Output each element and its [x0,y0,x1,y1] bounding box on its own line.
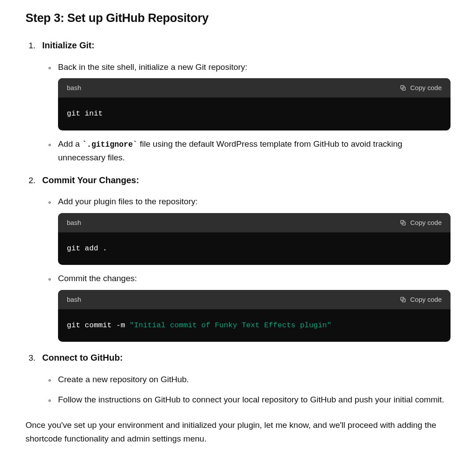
copy-code-button[interactable]: Copy code [400,219,442,226]
copy-code-button[interactable]: Copy code [400,84,442,91]
code-header: bash Copy code [58,78,451,98]
step-item: Connect to GitHub: Create a new reposito… [38,351,451,406]
code-block: bash Copy code git init [58,78,451,130]
step-title: Connect to GitHub: [42,353,123,362]
list-item: Back in the site shell, initialize a new… [55,61,451,130]
code-header: bash Copy code [58,290,451,309]
bullet-text: Commit the changes: [58,274,137,283]
code-content: git commit -m "Initial commit of Funky T… [58,309,451,342]
bullet-text: Back in the site shell, initialize a new… [58,62,247,72]
copy-icon [400,296,407,303]
code-header: bash Copy code [58,213,451,232]
sub-list: Back in the site shell, initialize a new… [42,61,451,164]
bullet-text: Create a new repository on GitHub. [58,375,189,384]
sub-list: Create a new repository on GitHub. Follo… [42,373,451,407]
list-item: Create a new repository on GitHub. [55,373,451,386]
list-item: Follow the instructions on GitHub to con… [55,393,451,406]
bullet-text: Follow the instructions on GitHub to con… [58,395,444,404]
bullet-text: Add your plugin files to the repository: [58,197,198,206]
ordered-steps: Initialize Git: Back in the site shell, … [25,38,451,406]
code-block: bash Copy code git commit -m "Initial co… [58,290,451,342]
list-item: Commit the changes: bash Copy code git c… [55,272,451,342]
code-lang-label: bash [67,83,81,93]
code-block: bash Copy code git add . [58,213,451,265]
list-item: Add your plugin files to the repository:… [55,195,451,265]
code-lang-label: bash [67,294,81,305]
sub-list: Add your plugin files to the repository:… [42,195,451,342]
code-content: git init [58,98,451,130]
step-title: Commit Your Changes: [42,175,139,185]
inline-code: `.gitignore` [82,140,138,149]
copy-code-button[interactable]: Copy code [400,296,442,303]
bullet-text-pre: Add a [58,139,82,148]
outro-paragraph: Once you've set up your environment and … [25,419,451,445]
code-content: git add . [58,232,451,265]
copy-label: Copy code [410,219,442,226]
step-item: Initialize Git: Back in the site shell, … [38,38,451,164]
copy-label: Copy code [410,296,442,303]
step-item: Commit Your Changes: Add your plugin fil… [38,173,451,342]
copy-label: Copy code [410,84,442,91]
code-lang-label: bash [67,217,81,228]
step-title: Initialize Git: [42,40,94,50]
list-item: Add a `.gitignore` file using the defaul… [55,137,451,164]
step-heading: Step 3: Set up GitHub Repository [25,9,451,28]
copy-icon [400,84,407,91]
copy-icon [400,219,407,226]
